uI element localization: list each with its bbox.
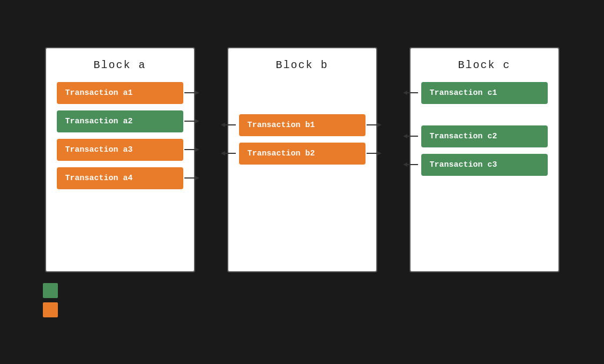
block-c-title: Block c xyxy=(458,59,510,71)
tx-c2: Transaction c2 xyxy=(421,125,548,147)
block-a: Block a Transaction a1 Transaction a2 xyxy=(45,47,195,272)
tx-c1-label: Transaction c1 xyxy=(430,88,497,98)
arrow-c2-left xyxy=(403,132,420,140)
tx-c3-label: Transaction c3 xyxy=(430,160,497,169)
block-c-transactions: Transaction c1 Transaction c2 Tran xyxy=(421,82,548,176)
tx-c1: Transaction c1 xyxy=(421,82,548,104)
legend-item-orange xyxy=(43,302,63,317)
tx-b1: Transaction b1 xyxy=(239,114,366,136)
tx-a2-label: Transaction a2 xyxy=(65,117,133,126)
tx-a1-label: Transaction a1 xyxy=(65,88,133,98)
svg-marker-7 xyxy=(195,176,199,180)
tx-a3-label: Transaction a3 xyxy=(65,145,133,154)
tx-c3: Transaction c3 xyxy=(421,154,548,176)
svg-marker-15 xyxy=(377,151,382,155)
svg-marker-21 xyxy=(403,162,407,167)
svg-marker-9 xyxy=(221,123,225,127)
tx-a1: Transaction a1 xyxy=(57,82,183,104)
arrow-c1-left xyxy=(403,89,420,96)
svg-marker-17 xyxy=(403,91,407,95)
legend-item-green xyxy=(43,283,63,298)
svg-marker-11 xyxy=(377,123,382,127)
spacer-c xyxy=(421,110,548,119)
svg-marker-19 xyxy=(403,134,407,138)
tx-a4-label: Transaction a4 xyxy=(65,174,133,183)
block-b-title: Block b xyxy=(275,59,328,71)
tx-b2: Transaction b2 xyxy=(239,143,366,165)
block-b-transactions: Transaction b1 Transaction b2 xyxy=(239,114,366,165)
arrow-a2-right xyxy=(184,117,202,125)
legend-orange-box xyxy=(43,302,58,317)
tx-c2-label: Transaction c2 xyxy=(430,132,497,141)
arrow-b2-left xyxy=(221,150,238,157)
svg-marker-1 xyxy=(195,91,199,95)
tx-a3: Transaction a3 xyxy=(57,139,183,161)
diagram-area: Block a Transaction a1 Transaction a2 xyxy=(0,36,604,328)
arrow-a1-right xyxy=(184,89,202,96)
legend xyxy=(21,283,63,317)
tx-a4: Transaction a4 xyxy=(57,167,183,189)
arrow-b1-left xyxy=(221,121,238,129)
blocks-wrapper: Block a Transaction a1 Transaction a2 xyxy=(21,47,583,272)
tx-b2-label: Transaction b2 xyxy=(248,149,315,158)
arrow-a4-right xyxy=(184,174,202,182)
arrow-c3-left xyxy=(403,161,420,168)
arrow-b2-right xyxy=(367,150,384,157)
arrow-a3-right xyxy=(184,146,202,153)
block-a-transactions: Transaction a1 Transaction a2 Tra xyxy=(57,82,183,189)
legend-green-box xyxy=(43,283,58,298)
block-b: Block b Transaction b1 xyxy=(227,47,377,272)
tx-a2: Transaction a2 xyxy=(57,110,183,132)
svg-marker-13 xyxy=(221,151,225,155)
block-a-title: Block a xyxy=(93,59,146,71)
block-c: Block c Transaction c1 Transaction xyxy=(409,47,560,272)
arrow-b1-right xyxy=(367,121,384,129)
tx-b1-label: Transaction b1 xyxy=(248,121,315,130)
svg-marker-3 xyxy=(195,119,199,123)
svg-marker-5 xyxy=(195,147,199,152)
